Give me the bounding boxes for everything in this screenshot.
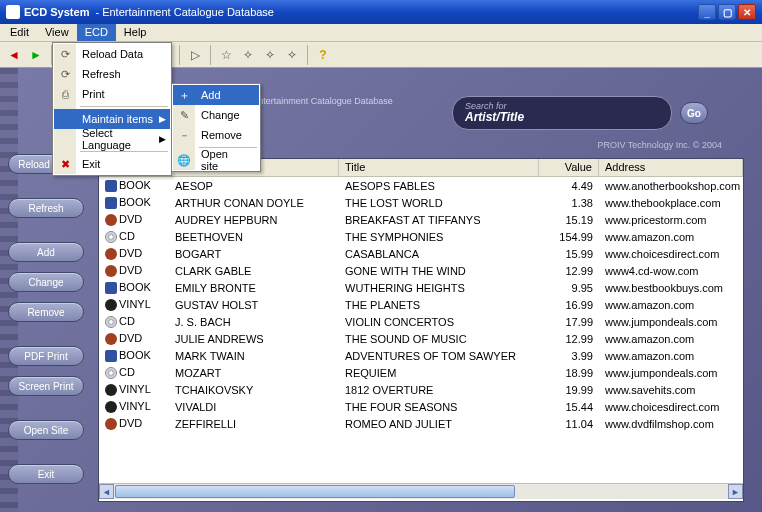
scroll-thumb[interactable] [115, 485, 515, 498]
sidebar-add[interactable]: Add [8, 242, 84, 262]
toolbar-star-icon[interactable]: ☆ [216, 45, 236, 65]
table-row[interactable]: DVDAUDREY HEPBURNBREAKFAST AT TIFFANYS15… [99, 211, 743, 228]
sidebar-change[interactable]: Change [8, 272, 84, 292]
toolbar-fav1-icon[interactable]: ✧ [238, 45, 258, 65]
exit-icon: ✖ [58, 157, 72, 171]
menu-refresh[interactable]: ⟳Refresh [54, 64, 170, 84]
col-address[interactable]: Address [599, 159, 743, 176]
sidebar-refresh[interactable]: Refresh [8, 198, 84, 218]
submenu-remove[interactable]: －Remove [173, 125, 259, 145]
table-row[interactable]: DVDCLARK GABLEGONE WITH THE WIND12.99www… [99, 262, 743, 279]
sidebar-screen-print[interactable]: Screen Print [8, 376, 84, 396]
toolbar-next-icon[interactable]: ▷ [185, 45, 205, 65]
add-icon: ＋ [177, 88, 191, 102]
table-row[interactable]: CDBEETHOVENTHE SYMPHONIES154.99www.amazo… [99, 228, 743, 245]
table-row[interactable]: CDMOZARTREQUIEM18.99www.jumpondeals.com [99, 364, 743, 381]
sidebar: Reload Data Refresh Add Change Remove PD… [8, 154, 84, 484]
dvd-icon [105, 418, 117, 430]
reload-icon: ⟳ [58, 47, 72, 61]
copyright: PROIV Technology Inc. © 2004 [597, 140, 722, 150]
submenu-open-site[interactable]: 🌐Open site [173, 150, 259, 170]
table-row[interactable]: VINYLGUSTAV HOLSTTHE PLANETS16.99www.ama… [99, 296, 743, 313]
maintain-submenu: ＋Add ✎Change －Remove 🌐Open site [171, 83, 261, 172]
minimize-button[interactable]: _ [698, 4, 716, 20]
table-row[interactable]: BOOKMARK TWAINADVENTURES OF TOM SAWYER3.… [99, 347, 743, 364]
toolbar-fav2-icon[interactable]: ✧ [260, 45, 280, 65]
dvd-icon [105, 333, 117, 345]
search-field-label: Artist/Title [465, 111, 659, 124]
menu-help[interactable]: Help [116, 24, 155, 41]
book-icon [105, 180, 117, 192]
col-title[interactable]: Title [339, 159, 539, 176]
print-icon: ⎙ [58, 87, 72, 101]
maximize-button[interactable]: ▢ [718, 4, 736, 20]
cd-icon [105, 231, 117, 243]
menu-exit[interactable]: ✖Exit [54, 154, 170, 174]
sidebar-remove[interactable]: Remove [8, 302, 84, 322]
vinyl-icon [105, 384, 117, 396]
book-icon [105, 197, 117, 209]
cd-icon [105, 316, 117, 328]
table-row[interactable]: CDJ. S. BACHVIOLIN CONCERTOS17.99www.jum… [99, 313, 743, 330]
sidebar-open-site[interactable]: Open Site [8, 420, 84, 440]
title-doc: - Entertainment Catalogue Database [95, 6, 274, 18]
scroll-left-arrow-icon[interactable]: ◄ [99, 484, 114, 499]
sidebar-pdf-print[interactable]: PDF Print [8, 346, 84, 366]
menu-print[interactable]: ⎙Print [54, 84, 170, 104]
table-row[interactable]: DVDZEFFIRELLIROMEO AND JULIET11.04www.dv… [99, 415, 743, 432]
book-icon [105, 282, 117, 294]
dvd-icon [105, 248, 117, 260]
table-row[interactable]: BOOKAESOPAESOPS FABLES4.49www.anotherboo… [99, 177, 743, 194]
table-row[interactable]: BOOKEMILY BRONTEWUTHERING HEIGHTS9.95www… [99, 279, 743, 296]
title-app: ECD System [24, 6, 89, 18]
menu-select-language[interactable]: Select Language▶ [54, 129, 170, 149]
refresh-icon: ⟳ [58, 67, 72, 81]
vinyl-icon [105, 299, 117, 311]
book-icon [105, 350, 117, 362]
table-row[interactable]: VINYLVIVALDITHE FOUR SEASONS15.44www.cho… [99, 398, 743, 415]
toolbar-fav3-icon[interactable]: ✧ [282, 45, 302, 65]
toolbar-back-icon[interactable]: ◄ [4, 45, 24, 65]
app-icon [6, 5, 20, 19]
table-row[interactable]: VINYLTCHAIKOVSKY1812 OVERTURE19.99www.sa… [99, 381, 743, 398]
toolbar-forward-icon[interactable]: ► [26, 45, 46, 65]
sidebar-exit[interactable]: Exit [8, 464, 84, 484]
table-body: BOOKAESOPAESOPS FABLES4.49www.anotherboo… [99, 177, 743, 483]
vinyl-icon [105, 401, 117, 413]
ecd-dropdown: ⟳Reload Data ⟳Refresh ⎙Print Maintain it… [52, 42, 172, 176]
table-row[interactable]: DVDJULIE ANDREWSTHE SOUND OF MUSIC12.99w… [99, 330, 743, 347]
menu-view[interactable]: View [37, 24, 77, 41]
menubar: Edit View ECD Help [0, 24, 762, 42]
change-icon: ✎ [177, 108, 191, 122]
remove-icon: － [177, 128, 191, 142]
chevron-right-icon: ▶ [159, 114, 166, 124]
titlebar: ECD System - Entertainment Catalogue Dat… [0, 0, 762, 24]
menu-edit[interactable]: Edit [2, 24, 37, 41]
submenu-add[interactable]: ＋Add [173, 85, 259, 105]
search-box[interactable]: Search for Artist/Title [452, 96, 672, 130]
dvd-icon [105, 265, 117, 277]
close-button[interactable]: ✕ [738, 4, 756, 20]
submenu-change[interactable]: ✎Change [173, 105, 259, 125]
globe-icon: 🌐 [177, 153, 191, 167]
menu-reload-data[interactable]: ⟳Reload Data [54, 44, 170, 64]
col-value[interactable]: Value [539, 159, 599, 176]
brand-subtitle: Entertainment Catalogue Database [252, 96, 393, 106]
table-row[interactable]: BOOKARTHUR CONAN DOYLETHE LOST WORLD1.38… [99, 194, 743, 211]
go-button[interactable]: Go [680, 102, 708, 124]
cd-icon [105, 367, 117, 379]
table-row[interactable]: DVDBOGARTCASABLANCA15.99www.choicesdirec… [99, 245, 743, 262]
menu-ecd[interactable]: ECD [77, 24, 116, 41]
toolbar-help-icon[interactable]: ? [313, 45, 333, 65]
chevron-right-icon: ▶ [159, 134, 166, 144]
menu-maintain-items[interactable]: Maintain items▶ [54, 109, 170, 129]
table-panel: Format Artist Title Value Address BOOKAE… [98, 158, 744, 502]
horizontal-scrollbar[interactable]: ◄ ► [99, 483, 743, 499]
dvd-icon [105, 214, 117, 226]
scroll-right-arrow-icon[interactable]: ► [728, 484, 743, 499]
